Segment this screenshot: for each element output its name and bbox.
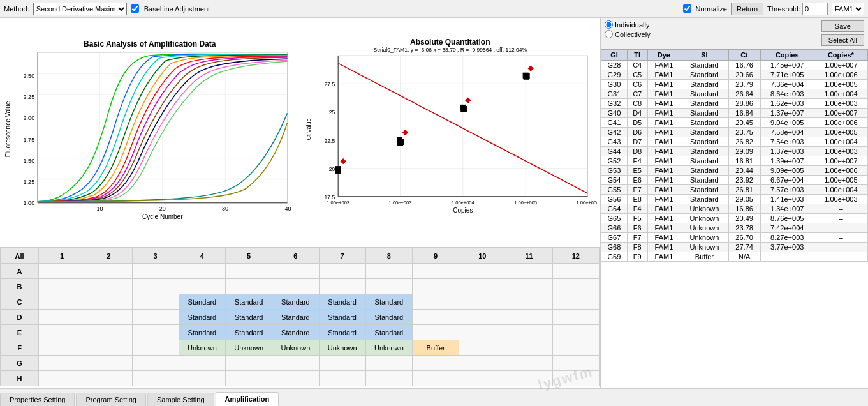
plate-cell[interactable] — [506, 279, 552, 294]
plate-cell[interactable] — [132, 325, 179, 340]
plate-cell[interactable] — [39, 325, 85, 340]
plate-cell[interactable]: Standard — [319, 325, 365, 340]
table-row[interactable]: G68F8FAM1Unknown27.743.77e+003-- — [601, 243, 868, 252]
method-select[interactable]: Second Derivative Maxim — [33, 3, 127, 15]
plate-cell[interactable] — [506, 340, 552, 356]
collectively-radio-label[interactable]: Collectively — [605, 30, 816, 38]
plate-cell[interactable]: Standard — [226, 325, 272, 340]
table-row[interactable]: G29C5FAM1Standard20.667.71e+0051.00e+006 — [601, 70, 868, 80]
table-row[interactable]: G44D8FAM1Standard29.091.37e+0031.00e+003 — [601, 147, 868, 156]
plate-cell[interactable] — [179, 264, 225, 279]
plate-cell[interactable] — [506, 356, 552, 371]
plate-cell[interactable] — [552, 356, 599, 371]
plate-cell[interactable] — [85, 356, 132, 371]
plate-cell[interactable] — [459, 264, 506, 279]
table-row[interactable]: G67F7FAM1Unknown26.708.27e+003-- — [601, 233, 868, 243]
plate-cell[interactable]: Standard — [272, 310, 319, 325]
table-row[interactable]: G53E5FAM1Standard20.449.09e+0051.00e+006 — [601, 166, 868, 176]
plate-cell[interactable] — [132, 279, 179, 294]
plate-cell[interactable] — [132, 294, 179, 310]
table-row[interactable]: G32C8FAM1Standard28.861.62e+0031.00e+003 — [601, 99, 868, 109]
collectively-radio[interactable] — [605, 30, 613, 38]
tab-amplification[interactable]: Amplification — [216, 392, 279, 406]
plate-cell[interactable] — [552, 340, 599, 356]
tab-sample-setting[interactable]: Sample Setting — [147, 393, 214, 406]
plate-cell[interactable]: Unknown — [226, 340, 272, 356]
plate-col-11[interactable]: 11 — [506, 248, 552, 264]
individually-radio-label[interactable]: Individually — [605, 20, 816, 29]
dye-select[interactable]: FAM1 — [832, 3, 864, 15]
individually-radio[interactable] — [605, 20, 613, 29]
plate-cell[interactable] — [272, 356, 319, 371]
plate-cell[interactable] — [552, 279, 599, 294]
plate-cell[interactable] — [552, 294, 599, 310]
plate-cell[interactable] — [179, 279, 225, 294]
plate-cell[interactable] — [413, 325, 459, 340]
plate-cell[interactable] — [506, 325, 552, 340]
plate-cell[interactable] — [39, 264, 85, 279]
plate-cell[interactable] — [179, 356, 225, 371]
table-row[interactable]: G43D7FAM1Standard26.827.54e+0031.00e+004 — [601, 137, 868, 147]
plate-col-12[interactable]: 12 — [552, 248, 599, 264]
plate-col-4[interactable]: 4 — [179, 248, 225, 264]
plate-cell[interactable] — [365, 264, 412, 279]
tab-program-setting[interactable]: Program Setting — [76, 393, 145, 406]
plate-cell[interactable]: Standard — [226, 310, 272, 325]
plate-col-6[interactable]: 6 — [272, 248, 319, 264]
plate-cell[interactable] — [413, 264, 459, 279]
plate-cell[interactable] — [85, 264, 132, 279]
table-row[interactable]: G31C7FAM1Standard26.648.64e+0031.00e+004 — [601, 89, 868, 99]
plate-cell[interactable] — [272, 371, 319, 386]
plate-cell[interactable]: Standard — [272, 325, 319, 340]
plate-cell[interactable] — [319, 356, 365, 371]
plate-cell[interactable] — [226, 279, 272, 294]
plate-cell[interactable] — [39, 310, 85, 325]
table-row[interactable]: G56E8FAM1Standard29.051.41e+0031.00e+003 — [601, 195, 868, 204]
plate-cell[interactable]: Standard — [365, 325, 412, 340]
table-row[interactable]: G55E7FAM1Standard26.817.57e+0031.00e+004 — [601, 185, 868, 195]
plate-cell[interactable] — [319, 279, 365, 294]
table-row[interactable]: G40D4FAM1Standard16.841.37e+0071.00e+007 — [601, 109, 868, 118]
return-button[interactable]: Return — [731, 3, 763, 15]
plate-cell[interactable] — [132, 371, 179, 386]
plate-cell[interactable] — [413, 371, 459, 386]
plate-cell[interactable]: Standard — [319, 294, 365, 310]
plate-cell[interactable]: Standard — [365, 294, 412, 310]
plate-col-5[interactable]: 5 — [226, 248, 272, 264]
plate-cell[interactable] — [132, 356, 179, 371]
table-row[interactable]: G66F6FAM1Unknown23.787.42e+004-- — [601, 223, 868, 233]
plate-col-8[interactable]: 8 — [365, 248, 412, 264]
plate-cell[interactable] — [319, 264, 365, 279]
plate-cell[interactable] — [459, 325, 506, 340]
plate-cell[interactable] — [506, 310, 552, 325]
plate-cell[interactable] — [552, 264, 599, 279]
plate-cell[interactable] — [459, 310, 506, 325]
plate-col-10[interactable]: 10 — [459, 248, 506, 264]
plate-col-3[interactable]: 3 — [132, 248, 179, 264]
plate-cell[interactable] — [365, 371, 412, 386]
plate-cell[interactable]: Standard — [365, 310, 412, 325]
plate-cell[interactable]: Unknown — [179, 340, 225, 356]
plate-cell[interactable]: Standard — [319, 310, 365, 325]
plate-cell[interactable] — [459, 371, 506, 386]
plate-cell[interactable]: Buffer — [413, 340, 459, 356]
baseline-checkbox[interactable] — [131, 4, 139, 13]
plate-cell[interactable]: Standard — [226, 294, 272, 310]
table-row[interactable]: G30C6FAM1Standard23.797.36e+0041.00e+005 — [601, 80, 868, 89]
table-row[interactable]: G41D5FAM1Standard20.459.04e+0051.00e+006 — [601, 118, 868, 128]
plate-cell[interactable] — [226, 356, 272, 371]
plate-cell[interactable] — [85, 310, 132, 325]
plate-cell[interactable] — [39, 356, 85, 371]
plate-col-7[interactable]: 7 — [319, 248, 365, 264]
plate-cell[interactable] — [413, 279, 459, 294]
plate-cell[interactable] — [272, 264, 319, 279]
table-row[interactable]: G64F4FAM1Unknown16.861.34e+007-- — [601, 204, 868, 214]
plate-cell[interactable] — [319, 371, 365, 386]
plate-cell[interactable] — [552, 310, 599, 325]
plate-cell[interactable] — [39, 340, 85, 356]
plate-cell[interactable] — [85, 294, 132, 310]
table-row[interactable]: G52E4FAM1Standard16.811.39e+0071.00e+007 — [601, 156, 868, 166]
plate-cell[interactable] — [272, 279, 319, 294]
plate-cell[interactable] — [85, 325, 132, 340]
plate-cell[interactable] — [413, 294, 459, 310]
